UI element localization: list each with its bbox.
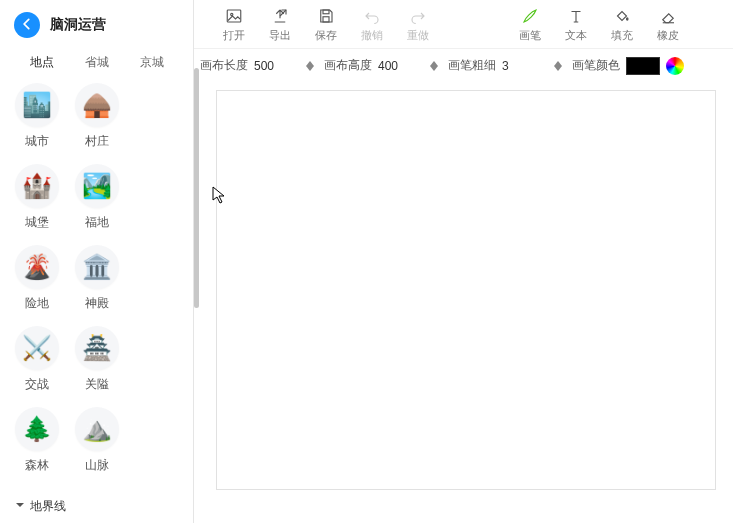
chevron-left-icon <box>20 17 34 34</box>
mountain-icon: ⛰️ <box>75 407 119 451</box>
sidebar-header: 脑洞运营 <box>0 0 193 46</box>
item-grid: 🏙️ 城市 🛖 村庄 🏰 城堡 🏞️ 福地 🌋 险地 🏛️ 神殿 <box>8 83 185 492</box>
undo-button[interactable]: 撤销 <box>352 6 392 43</box>
main-area: 打开 导出 保存 撤销 重做 画笔 文本 填充 <box>194 0 733 523</box>
open-button[interactable]: 打开 <box>214 6 254 43</box>
grid-item-temple[interactable]: 🏛️ 神殿 <box>72 245 122 312</box>
tab-capital[interactable]: 京城 <box>124 48 179 81</box>
option-bar: 画布长度 画布高度 画笔粗细 画笔颜色 <box>194 48 733 82</box>
brush-tool[interactable]: 画笔 <box>510 6 550 43</box>
redo-icon <box>409 6 427 26</box>
scrollbar[interactable] <box>194 58 200 488</box>
color-swatch[interactable] <box>626 57 660 75</box>
save-button[interactable]: 保存 <box>306 6 346 43</box>
svg-rect-2 <box>323 10 329 14</box>
caret-down-icon[interactable] <box>306 66 314 71</box>
grid-item-village[interactable]: 🛖 村庄 <box>72 83 122 150</box>
drawing-canvas[interactable] <box>216 90 716 490</box>
scrollbar-thumb[interactable] <box>194 68 199 308</box>
sidebar: 脑洞运营 地点 省城 京城 🏙️ 城市 🛖 村庄 🏰 城堡 🏞️ 福地 <box>0 0 194 523</box>
canvas-width-group: 画布长度 <box>200 57 314 74</box>
grid-item-battle[interactable]: ⚔️ 交战 <box>12 326 62 393</box>
fill-icon <box>613 6 631 26</box>
tab-location[interactable]: 地点 <box>14 48 69 81</box>
gate-icon: 🏯 <box>75 326 119 370</box>
redo-button[interactable]: 重做 <box>398 6 438 43</box>
eraser-icon <box>659 6 677 26</box>
text-icon <box>567 6 585 26</box>
back-button[interactable] <box>14 12 40 38</box>
forest-icon: 🌲 <box>15 407 59 451</box>
color-picker-icon[interactable] <box>666 57 684 75</box>
village-icon: 🛖 <box>75 83 119 127</box>
canvas-height-label: 画布高度 <box>324 57 372 74</box>
caret-down-icon[interactable] <box>554 66 562 71</box>
grid-item-city[interactable]: 🏙️ 城市 <box>12 83 62 150</box>
city-icon: 🏙️ <box>15 83 59 127</box>
text-tool[interactable]: 文本 <box>556 6 596 43</box>
canvas-width-input[interactable] <box>254 59 300 73</box>
eraser-tool[interactable]: 橡皮 <box>648 6 688 43</box>
section-header-boundary[interactable]: 地界线 <box>8 492 185 523</box>
svg-rect-3 <box>323 16 329 21</box>
export-button[interactable]: 导出 <box>260 6 300 43</box>
tab-province[interactable]: 省城 <box>69 48 124 81</box>
stroke-color-label: 画笔颜色 <box>572 57 620 74</box>
brush-icon <box>521 6 539 26</box>
grid-item-castle[interactable]: 🏰 城堡 <box>12 164 62 231</box>
stroke-width-input[interactable] <box>502 59 548 73</box>
section-title: 地界线 <box>30 498 66 515</box>
height-stepper[interactable] <box>430 61 438 71</box>
canvas-wrap <box>194 82 733 523</box>
stroke-width-label: 画笔粗细 <box>448 57 496 74</box>
fill-tool[interactable]: 填充 <box>602 6 642 43</box>
export-icon <box>271 6 289 26</box>
canvas-height-input[interactable] <box>378 59 424 73</box>
app-title: 脑洞运营 <box>50 16 106 34</box>
svg-rect-0 <box>227 10 241 22</box>
category-tabs: 地点 省城 京城 <box>0 46 193 81</box>
undo-icon <box>363 6 381 26</box>
grid-item-pass[interactable]: 🏯 关隘 <box>72 326 122 393</box>
toolbar: 打开 导出 保存 撤销 重做 画笔 文本 填充 <box>194 0 733 48</box>
image-icon <box>225 6 243 26</box>
width-stepper[interactable] <box>306 61 314 71</box>
caret-down-icon <box>14 499 26 514</box>
grid-item-blessed[interactable]: 🏞️ 福地 <box>72 164 122 231</box>
grid-item-mountain[interactable]: ⛰️ 山脉 <box>72 407 122 474</box>
stroke-color-group: 画笔颜色 <box>572 57 684 75</box>
canvas-width-label: 画布长度 <box>200 57 248 74</box>
castle-icon: 🏰 <box>15 164 59 208</box>
blessed-land-icon: 🏞️ <box>75 164 119 208</box>
grid-item-danger[interactable]: 🌋 险地 <box>12 245 62 312</box>
battle-icon: ⚔️ <box>15 326 59 370</box>
save-icon <box>317 6 335 26</box>
danger-icon: 🌋 <box>15 245 59 289</box>
canvas-height-group: 画布高度 <box>324 57 438 74</box>
stroke-stepper[interactable] <box>554 61 562 71</box>
grid-item-forest[interactable]: 🌲 森林 <box>12 407 62 474</box>
stroke-width-group: 画笔粗细 <box>448 57 562 74</box>
caret-down-icon[interactable] <box>430 66 438 71</box>
sidebar-body: 🏙️ 城市 🛖 村庄 🏰 城堡 🏞️ 福地 🌋 险地 🏛️ 神殿 <box>0 81 193 523</box>
temple-icon: 🏛️ <box>75 245 119 289</box>
